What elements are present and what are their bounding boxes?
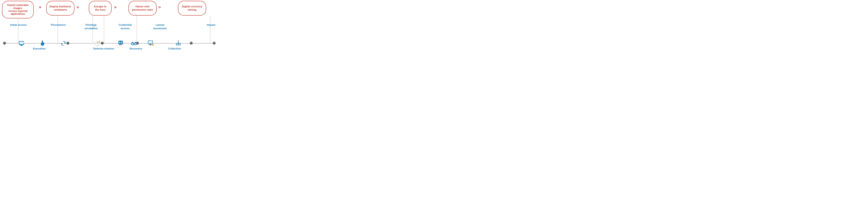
svg-point-16 <box>121 42 122 43</box>
connector-exploit <box>18 19 18 43</box>
svg-text:xx: xx <box>120 45 121 46</box>
binoculars-icon <box>131 40 137 47</box>
download-tray-icon <box>175 40 182 46</box>
connector-escape-right <box>104 16 104 43</box>
lbl-collection: Collection <box>166 47 183 51</box>
timeline-dot-3 <box>101 42 104 45</box>
cat-credential-access: Credential access <box>116 23 134 30</box>
timer-icon <box>94 40 100 47</box>
lbl-execution: Execution <box>31 47 48 51</box>
cat-privilege-escalation: Privilege escalation <box>82 23 101 30</box>
svg-rect-29 <box>149 45 152 45</box>
connector-mining <box>210 16 210 43</box>
cat-persistence: Persistence <box>49 23 67 27</box>
bubble-escape: Escape to the host <box>89 1 112 16</box>
bubble-mining: Digital currency mining <box>178 1 206 16</box>
timeline-dot-5 <box>190 42 193 45</box>
lbl-discovery: Discovery <box>128 47 144 51</box>
svg-rect-24 <box>132 42 133 43</box>
svg-rect-5 <box>23 42 24 43</box>
svg-rect-14 <box>99 41 100 41</box>
svg-rect-2 <box>21 45 22 46</box>
cat-impact: Impact <box>205 23 217 27</box>
bubble-exploit: Exploit vulnerable images; Access expose… <box>2 1 34 19</box>
cat-initial-access: Initial access <box>7 23 29 27</box>
svg-rect-27 <box>148 41 152 43</box>
connector-deploy <box>58 16 58 43</box>
timeline-dot-2 <box>66 42 69 45</box>
svg-rect-28 <box>150 44 151 45</box>
timeline-dot-6 <box>213 42 216 45</box>
chevron-3: » <box>114 5 117 9</box>
svg-rect-3 <box>20 46 23 46</box>
lbl-defense-evasion: Defense evasion <box>92 47 115 51</box>
chevron-4: » <box>158 5 161 9</box>
timeline-dot-1 <box>3 42 6 45</box>
connector-abuse <box>136 16 137 43</box>
attack-chain-diagram: Exploit vulnerable images; Access expose… <box>0 0 217 52</box>
monitor-lock-icon <box>19 40 25 47</box>
svg-rect-25 <box>135 42 136 43</box>
monitor-download-icon <box>147 40 154 47</box>
cat-lateral-movement: Lateral movement <box>151 23 169 30</box>
bubble-abuse: Abuse over permissive roles <box>128 1 157 16</box>
finger-pointer-icon <box>39 40 45 46</box>
bubble-deploy: Deploy backdoor containers <box>46 1 74 16</box>
timeline-line-full <box>4 43 216 43</box>
chevron-1: » <box>39 5 41 9</box>
svg-rect-21 <box>133 43 135 45</box>
chevron-2: » <box>76 5 79 9</box>
svg-point-15 <box>119 42 120 43</box>
mask-icon: xx <box>117 40 124 47</box>
refresh-icon <box>60 40 67 47</box>
